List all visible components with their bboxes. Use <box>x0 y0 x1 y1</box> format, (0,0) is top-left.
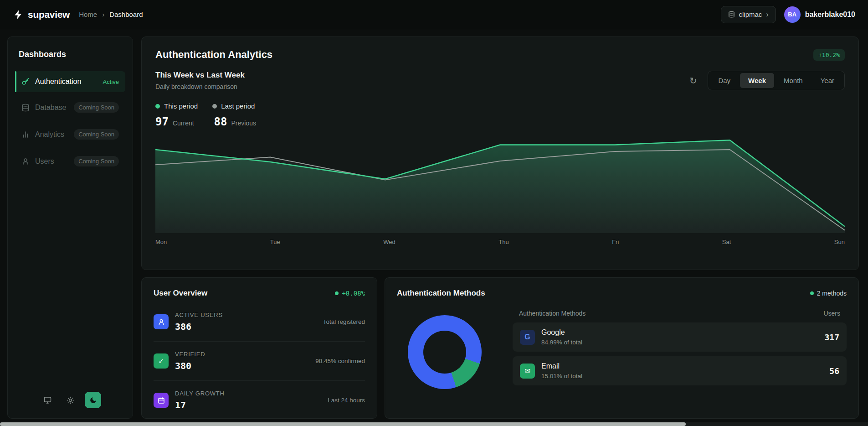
logo-text: supaview <box>28 9 70 20</box>
method-percent: 84.99% of total <box>541 339 582 346</box>
bottom-row: User Overview +8.08% ACTIVE USERS 386 <box>141 277 859 419</box>
overview-row-label: DAILY GROWTH <box>175 390 225 397</box>
auth-methods-card: Authentication Methods 2 methods Authent… <box>385 277 859 419</box>
method-percent: 15.01% of total <box>541 373 582 379</box>
auth-methods-donut <box>408 315 482 389</box>
theme-dark-button[interactable] <box>85 392 101 408</box>
sidebar-item-users[interactable]: Users Coming Soon <box>15 150 125 173</box>
overview-growth-value: +8.08% <box>342 290 365 297</box>
moon-icon <box>89 396 97 404</box>
theme-system-button[interactable] <box>39 392 56 408</box>
overview-row-label: VERIFIED <box>175 351 205 358</box>
theme-light-button[interactable] <box>62 392 78 408</box>
bar-chart-icon <box>21 130 30 139</box>
sidebar-title: Dashboards <box>19 50 122 59</box>
logo[interactable]: supaview <box>13 9 70 20</box>
chart-legend: This period Last period <box>155 102 845 110</box>
overview-row-active-users: ACTIVE USERS 386 Total registered <box>154 302 365 342</box>
x-label: Sun <box>834 239 845 245</box>
sidebar-item-label: Authentication <box>35 78 81 86</box>
sidebar-item-label: Database <box>35 104 67 112</box>
coming-soon-badge: Coming Soon <box>74 156 119 166</box>
users-column-header: Users <box>823 310 840 317</box>
calendar-icon <box>154 393 169 408</box>
overview-row-note: Total registered <box>323 318 365 325</box>
legend-label: This period <box>164 102 198 110</box>
previous-label: Previous <box>231 119 256 127</box>
chart-subtitle: This Week vs Last Week <box>155 71 245 80</box>
auth-methods-table: Authentication Methods Users G Google 84… <box>513 310 847 390</box>
breadcrumb-current: Dashboard <box>109 10 143 18</box>
method-name: Google <box>541 328 582 337</box>
x-label: Fri <box>612 239 619 245</box>
username: bakerblake010 <box>805 10 855 19</box>
x-label: Tue <box>270 239 280 245</box>
refresh-icon: ↻ <box>689 75 697 86</box>
auth-methods-title: Authentication Methods <box>397 289 485 298</box>
overview-row-value: 17 <box>175 400 225 410</box>
x-label: Wed <box>383 239 395 245</box>
tab-day[interactable]: Day <box>710 73 739 88</box>
page-body: Dashboards Authentication Active Databas… <box>0 29 868 419</box>
coming-soon-badge: Coming Soon <box>74 129 119 140</box>
overview-row-daily-growth: DAILY GROWTH 17 Last 24 hours <box>154 381 365 419</box>
horizontal-scrollbar-thumb[interactable] <box>0 422 686 426</box>
current-stat: 97 Current <box>155 115 194 128</box>
user-overview-title: User Overview <box>154 289 207 298</box>
methods-column-header: Authentication Methods <box>519 310 586 317</box>
x-axis-labels: Mon Tue Wed Thu Fri Sat Sun <box>155 239 845 245</box>
coming-soon-badge: Coming Soon <box>74 102 119 113</box>
theme-switcher <box>8 392 133 408</box>
user-overview-card: User Overview +8.08% ACTIVE USERS 386 <box>141 277 377 419</box>
breadcrumb-home[interactable]: Home <box>79 10 97 18</box>
sidebar-item-database[interactable]: Database Coming Soon <box>15 96 125 119</box>
green-dot-icon <box>335 291 339 295</box>
methods-count-label: 2 methods <box>817 290 847 297</box>
methods-count-badge: 2 methods <box>810 290 847 297</box>
green-dot-icon <box>810 291 814 295</box>
method-row-email: ✉ Email 15.01% of total 56 <box>513 356 847 385</box>
check-icon: ✓ <box>154 353 169 369</box>
sidebar-item-label: Analytics <box>35 130 64 139</box>
google-icon: G <box>520 330 535 345</box>
current-label: Current <box>173 119 194 127</box>
auth-analytics-card: Authentication Analytics +10.2% This Wee… <box>141 36 859 270</box>
line-chart <box>155 138 845 233</box>
avatar: BA <box>784 6 801 23</box>
growth-badge: +10.2% <box>813 49 845 61</box>
overview-row-label: ACTIVE USERS <box>175 312 223 318</box>
overview-row-value: 386 <box>175 321 223 332</box>
overview-row-value: 380 <box>175 360 205 371</box>
overview-growth-badge: +8.08% <box>335 290 365 297</box>
refresh-button[interactable]: ↻ <box>686 73 700 88</box>
chart-heading: This Week vs Last Week Daily breakdown c… <box>155 71 245 90</box>
previous-value: 88 <box>214 115 227 128</box>
method-users-count: 317 <box>824 332 839 342</box>
user-menu[interactable]: BA bakerblake010 <box>784 6 855 23</box>
x-label: Sat <box>722 239 731 245</box>
database-icon <box>728 11 735 18</box>
tab-month[interactable]: Month <box>776 73 811 88</box>
database-icon <box>21 104 30 112</box>
key-icon <box>21 78 30 86</box>
monitor-icon <box>44 396 51 404</box>
overview-rows: ACTIVE USERS 386 Total registered ✓ VERI… <box>154 302 365 419</box>
sidebar: Dashboards Authentication Active Databas… <box>7 36 133 419</box>
analytics-title: Authentication Analytics <box>155 49 272 61</box>
line-chart-svg <box>155 138 845 233</box>
x-label: Mon <box>155 239 167 245</box>
overview-row-note: 98.45% confirmed <box>315 358 365 364</box>
sidebar-item-authentication[interactable]: Authentication Active <box>15 71 125 92</box>
period-stats: 97 Current 88 Previous <box>155 115 845 128</box>
last-period-dot-icon <box>212 104 217 109</box>
current-value: 97 <box>155 115 169 128</box>
overview-row-verified: ✓ VERIFIED 380 98.45% confirmed <box>154 342 365 381</box>
method-name: Email <box>541 362 582 370</box>
breadcrumb-separator-icon: › <box>102 10 104 18</box>
tab-year[interactable]: Year <box>812 73 842 88</box>
tab-week[interactable]: Week <box>740 73 774 88</box>
chart-description: Daily breakdown comparison <box>155 83 245 90</box>
x-label: Thu <box>498 239 508 245</box>
sidebar-item-analytics[interactable]: Analytics Coming Soon <box>15 123 125 146</box>
project-selector-button[interactable]: clipmac › <box>721 6 776 23</box>
